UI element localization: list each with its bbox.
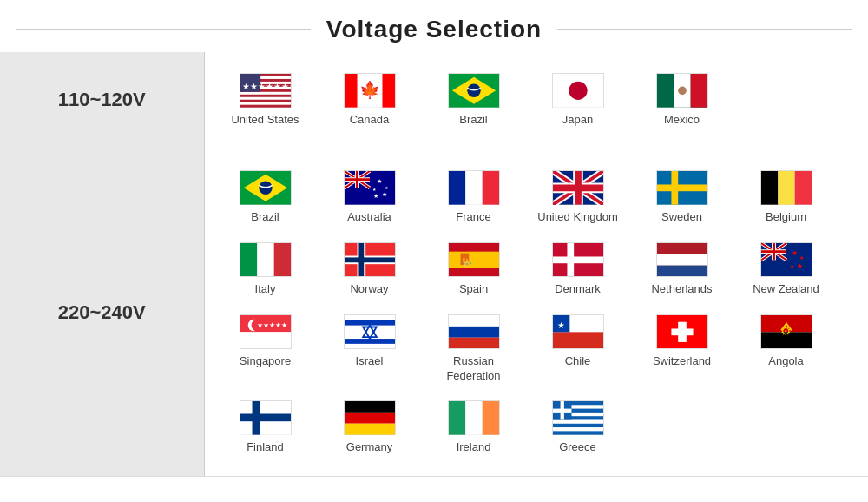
- flag-image-us: ★★★★★★★★★★★★★★★★★★★★★★★★★★★★★★★★★★★★★★★★…: [240, 73, 292, 108]
- flag-image-il: [344, 314, 396, 349]
- svg-point-17: [569, 82, 587, 100]
- flag-item-dk: Denmark: [526, 237, 630, 302]
- flag-item-ca: 🍁 Canada: [318, 68, 422, 133]
- flag-label-ru: Russian Federation: [425, 354, 523, 384]
- svg-rect-120: [465, 401, 482, 435]
- svg-text:★: ★: [799, 255, 804, 261]
- svg-text:★: ★: [796, 262, 802, 270]
- flag-label-br: Brazil: [459, 113, 488, 128]
- title-line-right: [557, 29, 852, 30]
- flag-item-ie: Ireland: [422, 395, 526, 460]
- svg-rect-65: [345, 257, 395, 262]
- flag-image-be: [760, 170, 812, 205]
- flag-item-de: Germany: [318, 395, 422, 460]
- flag-image-nz: ★ ★ ★ ★: [760, 242, 812, 277]
- svg-point-21: [678, 86, 687, 95]
- flag-label-se: Sweden: [661, 210, 702, 225]
- flag-item-ao: ⚙ Angola: [734, 309, 838, 389]
- flag-item-nl: Netherlands: [630, 237, 734, 302]
- svg-rect-115: [240, 414, 291, 422]
- svg-rect-60: [273, 243, 290, 277]
- flag-image-dk: [552, 242, 604, 277]
- flag-image-fr: [448, 170, 500, 205]
- svg-rect-54: [657, 184, 707, 191]
- flag-item-cl: ★ Chile: [526, 309, 630, 389]
- flag-item-gr: Greece: [526, 395, 630, 460]
- svg-rect-101: [449, 327, 499, 338]
- flag-label-es: Spain: [459, 282, 488, 297]
- flag-image-ru: [448, 314, 500, 349]
- flag-image-fi: [240, 400, 292, 435]
- page: Voltage Selection 110~120V ★★★★★★★★★★★★★…: [0, 0, 868, 502]
- flag-item-mx: Mexico: [630, 68, 734, 133]
- countries-cell-1: Brazil ★ ★ ★ ★ ★ Australia France: [204, 149, 868, 476]
- flag-label-ie: Ireland: [457, 440, 491, 455]
- flag-image-se: [656, 170, 708, 205]
- voltage-table: 110~120V ★★★★★★★★★★★★★★★★★★★★★★★★★★★★★★★…: [0, 52, 868, 477]
- svg-rect-91: [240, 332, 291, 348]
- svg-rect-20: [690, 74, 707, 108]
- flags-grid-1: Brazil ★ ★ ★ ★ ★ Australia France: [214, 165, 860, 460]
- flag-image-de: [344, 400, 396, 435]
- svg-rect-72: [553, 256, 603, 263]
- flag-item-gb: United Kingdom: [526, 165, 630, 230]
- voltage-section-1: 220~240V Brazil ★ ★ ★ ★ ★ Australia: [0, 149, 868, 476]
- flag-label-au: Australia: [347, 210, 391, 225]
- voltage-section-0: 110~120V ★★★★★★★★★★★★★★★★★★★★★★★★★★★★★★★…: [0, 52, 868, 149]
- flag-image-mx: [656, 73, 708, 108]
- svg-rect-5: [240, 97, 291, 100]
- svg-text:★: ★: [789, 264, 793, 269]
- flag-item-sg: ★★★★★ Singapore: [214, 309, 318, 389]
- svg-rect-118: [345, 424, 395, 435]
- flag-label-be: Belgium: [766, 210, 806, 225]
- flag-image-no: [344, 242, 396, 277]
- svg-rect-95: [345, 315, 395, 349]
- flag-item-ch: Switzerland: [630, 309, 734, 389]
- svg-rect-58: [240, 243, 257, 277]
- flag-label-gr: Greece: [559, 440, 596, 455]
- flag-item-br: Brazil: [214, 165, 318, 230]
- flag-label-nz: New Zealand: [753, 282, 819, 297]
- flag-label-sg: Singapore: [240, 354, 291, 369]
- svg-rect-109: [671, 328, 693, 335]
- flag-label-ca: Canada: [350, 113, 390, 128]
- svg-rect-4: [240, 92, 291, 95]
- flag-label-ao: Angola: [768, 354, 803, 369]
- svg-text:👑: 👑: [462, 257, 473, 268]
- flag-item-us: ★★★★★★★★★★★★★★★★★★★★★★★★★★★★★★★★★★★★★★★★…: [214, 68, 318, 133]
- svg-rect-117: [345, 413, 395, 424]
- svg-rect-67: [449, 251, 499, 268]
- flag-label-nl: Netherlands: [651, 282, 712, 297]
- flag-label-no: Norway: [350, 282, 388, 297]
- flag-item-be: Belgium: [734, 165, 838, 230]
- svg-rect-129: [553, 409, 571, 413]
- flag-label-us: United States: [231, 113, 299, 128]
- svg-text:⚙: ⚙: [780, 325, 792, 338]
- flag-image-nl: [656, 242, 708, 277]
- svg-rect-57: [794, 171, 811, 205]
- flag-item-es: 👑 Spain: [422, 237, 526, 302]
- flag-item-it: Italy: [214, 237, 318, 302]
- flag-label-fi: Finland: [247, 440, 284, 455]
- flag-image-ca: 🍁: [344, 73, 396, 108]
- flag-image-sg: ★★★★★: [240, 314, 292, 349]
- title-line-left: [16, 29, 311, 30]
- svg-text:★★★★★: ★★★★★: [257, 321, 287, 329]
- flag-label-de: Germany: [346, 440, 392, 455]
- flag-item-jp: Japan: [526, 68, 630, 133]
- svg-rect-126: [553, 428, 603, 432]
- flag-image-br: [240, 170, 292, 205]
- flag-item-br: Brazil: [422, 68, 526, 133]
- voltage-label-1: 220~240V: [0, 149, 204, 476]
- flag-label-gb: United Kingdom: [537, 210, 618, 225]
- flag-item-se: Sweden: [630, 165, 734, 230]
- flag-item-il: Israel: [318, 309, 422, 389]
- svg-text:🍁: 🍁: [359, 80, 381, 100]
- voltage-label-0: 110~120V: [0, 52, 204, 149]
- svg-rect-59: [257, 243, 273, 277]
- flag-label-jp: Japan: [562, 113, 593, 128]
- svg-rect-75: [657, 265, 707, 276]
- flag-image-ie: [448, 400, 500, 435]
- flag-image-it: [240, 242, 292, 277]
- svg-rect-102: [449, 337, 499, 348]
